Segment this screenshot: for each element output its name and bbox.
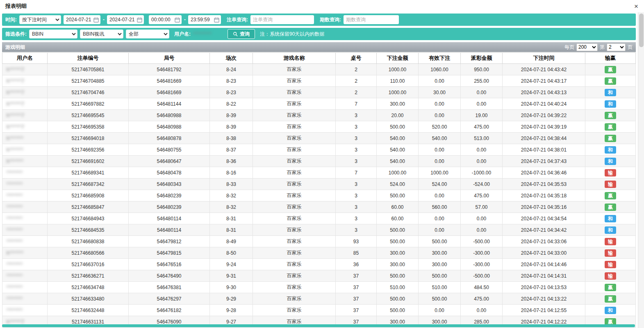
session-cell: 9-29: [210, 293, 253, 305]
payout-cell: 475.00: [461, 293, 503, 305]
result-badge: 输: [605, 261, 616, 268]
game-name-cell: 百家乐: [253, 201, 336, 213]
session-cell: 8-23: [210, 87, 253, 98]
payout-cell: 0.00: [461, 87, 503, 98]
column-header: 场次: [210, 53, 253, 64]
vertical-scrollbar[interactable]: [638, 12, 644, 328]
page-select[interactable]: 2: [607, 43, 626, 51]
result-cell: 和: [585, 213, 636, 224]
result-cell: 赢: [585, 133, 636, 144]
payout-cell: 0.00: [461, 156, 503, 167]
table-no-cell: 2: [336, 64, 377, 75]
calendar-icon[interactable]: [214, 17, 219, 23]
column-header: 桌号: [336, 53, 377, 64]
per-page-label: 每页: [564, 44, 574, 51]
game-detail-table: 用户名注单编号局号场次游戏名称桌号下注金额有效下注派彩金额下注时间输赢 h***…: [2, 52, 636, 328]
filter-conditions-label: 筛选条件:: [5, 31, 27, 38]
round-id-cell: 546479812: [129, 236, 210, 247]
result-badge: 输: [605, 249, 616, 257]
game-name-cell: 百家乐: [253, 247, 336, 259]
bet-id-cell: 521746694018: [48, 133, 129, 144]
valid-bet-cell: 0.00: [419, 305, 461, 316]
bet-id-cell: 521746692356: [48, 144, 129, 156]
session-cell: 9-31: [210, 270, 253, 282]
scope-select[interactable]: 全部: [126, 29, 169, 38]
bet-time-cell: 2024-07-21 04:43:13: [503, 87, 585, 98]
session-cell: 8-37: [210, 144, 253, 156]
payout-cell: 0.00: [461, 305, 503, 316]
masked-username: *******: [7, 285, 23, 290]
session-cell: 8-33: [210, 179, 253, 190]
masked-username: *******: [7, 204, 23, 210]
table-no-cell: 2: [336, 75, 377, 87]
result-cell: 输: [585, 167, 636, 179]
table-body: h*****75217467058615464817928-24百家乐21000…: [2, 64, 636, 328]
bet-amount-cell: 60.00: [377, 201, 419, 213]
period-query-input[interactable]: [344, 15, 399, 24]
bet-amount-cell: 524.00: [377, 179, 419, 190]
section-bar: 游戏明细 每页 200 第 2 页: [2, 42, 636, 52]
table-no-cell: 36: [336, 259, 377, 270]
time-type-select[interactable]: 按下注时间: [19, 15, 61, 24]
bet-query-input[interactable]: [250, 15, 314, 24]
result-cell: 输: [585, 179, 636, 190]
username-label: 用户名:: [174, 31, 191, 38]
column-header: 游戏名称: [253, 53, 336, 64]
table-no-cell: 7: [336, 167, 377, 179]
game-name-cell: 百家乐: [253, 236, 336, 247]
result-cell: 输: [585, 259, 636, 270]
bet-time-cell: 2024-07-21 04:33:06: [503, 236, 585, 247]
search-button-label: 查询: [240, 31, 250, 38]
session-cell: 8-50: [210, 247, 253, 259]
result-badge: 输: [605, 272, 616, 280]
bet-amount-cell: 500.00: [377, 270, 419, 282]
username-cell: h******: [2, 156, 48, 167]
result-badge: 赢: [605, 77, 616, 85]
valid-bet-cell: 30.00: [419, 87, 461, 98]
bet-time-cell: 2024-07-21 04:34:42: [503, 224, 585, 236]
payout-cell: 57.00: [461, 201, 503, 213]
masked-username: h*****7: [7, 67, 25, 72]
session-cell: 9-24: [210, 259, 253, 270]
date-from-wrap: [64, 15, 100, 24]
close-icon[interactable]: ×: [633, 2, 640, 11]
bet-amount-cell: 1000.00: [377, 167, 419, 179]
username-cell: *******: [2, 270, 48, 282]
search-icon: [233, 32, 238, 36]
username-cell: h******: [2, 133, 48, 144]
bet-time-cell: 2024-07-21 04:37:43: [503, 156, 585, 167]
calendar-icon[interactable]: [137, 17, 142, 23]
table-row: h******5217466923565464807558-37百家乐3540.…: [2, 144, 636, 156]
table-row: h******5217466916025464806478-36百家乐3540.…: [2, 156, 636, 167]
session-cell: 8-16: [210, 167, 253, 179]
round-id-cell: 546476297: [129, 293, 210, 305]
game-name-cell: 百家乐: [253, 270, 336, 282]
game-name-cell: 百家乐: [253, 156, 336, 167]
calendar-icon[interactable]: [93, 17, 99, 23]
bet-amount-cell: 500.00: [377, 236, 419, 247]
table-no-cell: 3: [336, 121, 377, 133]
round-id-cell: 546476490: [129, 270, 210, 282]
table-row: *******5217466845355464801148-31百家乐3500.…: [2, 224, 636, 236]
session-cell: 8-36: [210, 156, 253, 167]
search-button[interactable]: 查询: [228, 29, 255, 39]
username-value: ********: [193, 31, 225, 37]
table-row: h******5217466940185464808788-38百家乐3540.…: [2, 133, 636, 144]
calendar-icon[interactable]: [175, 17, 180, 23]
per-page-select[interactable]: 200: [576, 43, 598, 51]
page-label-before: 第: [600, 44, 605, 51]
vendor-select[interactable]: BBIN: [29, 29, 77, 38]
game-name-cell: 百家乐: [253, 87, 336, 98]
scrollbar-thumb[interactable]: [639, 14, 644, 47]
bet-id-cell: 521746687342: [48, 179, 129, 190]
valid-bet-cell: 540.00: [419, 133, 461, 144]
category-select[interactable]: BBIN视讯: [80, 29, 123, 38]
payout-cell: 0.00: [461, 213, 503, 224]
payout-cell: 950.00: [461, 64, 503, 75]
table-row: h*****75217466978825464811448-22百家乐7300.…: [2, 98, 636, 110]
table-header-row: 用户名注单编号局号场次游戏名称桌号下注金额有效下注派彩金额下注时间输赢: [2, 53, 636, 64]
date-to-wrap: [107, 15, 144, 24]
payout-cell: -500.00: [461, 236, 503, 247]
username-cell: *******: [2, 293, 48, 305]
result-badge: 和: [605, 215, 616, 222]
